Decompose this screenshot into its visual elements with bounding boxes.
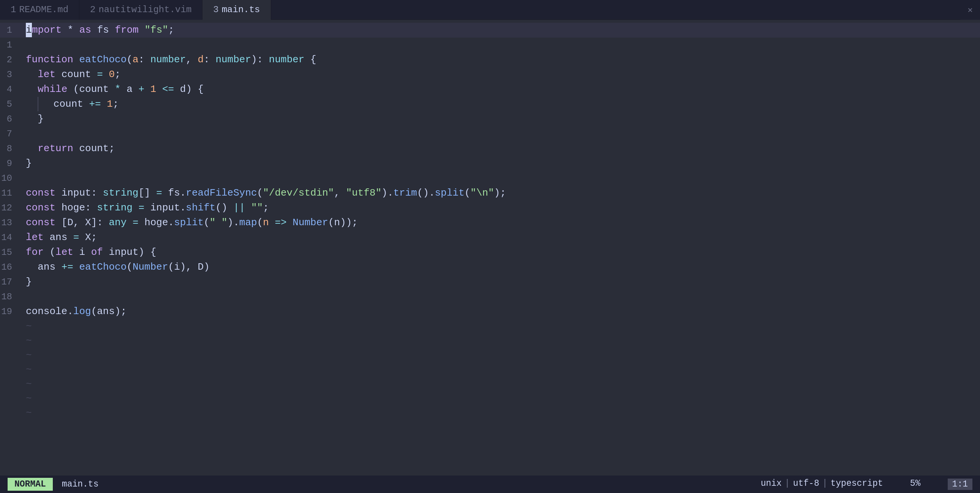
tilde-5: ~ [0, 377, 980, 391]
tab-1-number: 1 [11, 5, 16, 15]
tilde-3: ~ [0, 348, 980, 363]
tab-1-name: README.md [19, 5, 68, 15]
line-20: 19 console.log(ans); [0, 304, 980, 319]
line-7: 6 } [0, 112, 980, 126]
tilde-content-2: ~ [23, 334, 980, 348]
line-num-15: 14 [0, 231, 23, 245]
line-content-13: const hoge: string = input.shift() || ""… [23, 200, 980, 215]
line-17: 16 ans += eatChoco(Number(i), D) [0, 260, 980, 275]
sep-2: | [822, 479, 828, 490]
close-button[interactable]: ✕ [960, 0, 980, 20]
line-8: 7 [0, 126, 980, 141]
line-2: 1 [0, 38, 980, 52]
editor: 1 import * as fs from "fs"; 1 2 function… [0, 20, 980, 476]
tilde-2: ~ [0, 334, 980, 348]
tab-3-name: main.ts [222, 5, 260, 15]
line-content-17: ans += eatChoco(Number(i), D) [23, 260, 980, 274]
line-15: 14 let ans = X; [0, 230, 980, 245]
mode-badge: NORMAL [8, 478, 53, 491]
line-num-2: 1 [0, 38, 23, 52]
line-content-20: console.log(ans); [23, 304, 980, 319]
status-right: unix | utf-8 | typescript 5% 1:1 [761, 479, 972, 490]
tab-2-name: nautitwilight.vim [99, 5, 191, 15]
line-num-10: 9 [0, 156, 23, 171]
tab-2-number: 2 [90, 5, 95, 15]
line-10: 9 } [0, 156, 980, 171]
tab-3-number: 3 [213, 5, 218, 15]
code-area: 1 import * as fs from "fs"; 1 2 function… [0, 20, 980, 476]
line-num-7: 6 [0, 112, 23, 126]
line-num-20: 19 [0, 305, 23, 319]
line-1: 1 import * as fs from "fs"; [0, 23, 980, 38]
line-num-5: 4 [0, 83, 23, 97]
line-num-16: 15 [0, 245, 23, 260]
cursor: i [26, 23, 32, 37]
status-percent: 5% [910, 479, 921, 490]
status-position: 1:1 [948, 479, 972, 490]
line-content-14: const [D, X]: any = hoge.split(" ").map(… [23, 215, 980, 230]
line-num-14: 13 [0, 216, 23, 230]
line-num-11: 10 [0, 171, 23, 186]
line-content-1: import * as fs from "fs"; [23, 23, 980, 37]
line-content-2 [23, 38, 980, 52]
tab-main-ts[interactable]: 3 main.ts [202, 0, 271, 20]
line-num-9: 8 [0, 142, 23, 156]
tilde-1: ~ [0, 319, 980, 334]
line-num-13: 12 [0, 201, 23, 215]
line-content-5: while (count * a + 1 <= d) { [23, 82, 980, 97]
line-num-12: 11 [0, 186, 23, 200]
line-content-12: const input: string[] = fs.readFileSync(… [23, 186, 980, 200]
sep-1: | [785, 479, 790, 490]
line-num-1: 1 [0, 23, 23, 38]
line-num-19: 18 [0, 290, 23, 304]
line-content-8 [23, 126, 980, 141]
line-content-11 [23, 171, 980, 185]
line-content-3: function eatChoco(a: number, d: number):… [23, 52, 980, 67]
tab-nautitwilight[interactable]: 2 nautitwilight.vim [80, 0, 202, 20]
tilde-content-7: ~ [23, 406, 980, 420]
line-18: 17 } [0, 275, 980, 289]
line-9: 8 return count; [0, 141, 980, 156]
line-content-15: let ans = X; [23, 230, 980, 245]
tilde-content-3: ~ [23, 348, 980, 363]
tilde-content-5: ~ [23, 377, 980, 391]
status-format: unix [761, 479, 782, 490]
line-6: 5 count += 1; [0, 97, 980, 112]
status-bar: NORMAL main.ts unix | utf-8 | typescript… [0, 476, 980, 493]
sep-4 [923, 479, 944, 490]
line-11: 10 [0, 171, 980, 186]
line-19: 18 [0, 289, 980, 304]
line-num-6: 5 [0, 97, 23, 112]
line-content-18: } [23, 275, 980, 289]
line-14: 13 const [D, X]: any = hoge.split(" ").m… [0, 215, 980, 230]
status-filename: main.ts [62, 479, 99, 489]
line-num-4: 3 [0, 68, 23, 82]
tilde-content-4: ~ [23, 363, 980, 377]
tilde-content-6: ~ [23, 391, 980, 406]
line-12: 11 const input: string[] = fs.readFileSy… [0, 186, 980, 200]
line-content-4: let count = 0; [23, 67, 980, 82]
line-num-18: 17 [0, 275, 23, 289]
status-filetype: typescript [831, 479, 883, 490]
tilde-4: ~ [0, 363, 980, 377]
line-content-9: return count; [23, 141, 980, 156]
line-3: 2 function eatChoco(a: number, d: number… [0, 52, 980, 67]
sep-3 [886, 479, 907, 490]
tab-bar: 1 README.md 2 nautitwilight.vim 3 main.t… [0, 0, 980, 20]
line-num-17: 16 [0, 260, 23, 275]
line-num-3: 2 [0, 53, 23, 67]
line-5: 4 while (count * a + 1 <= d) { [0, 82, 980, 97]
line-4: 3 let count = 0; [0, 67, 980, 82]
line-content-16: for (let i of input) { [23, 245, 980, 259]
line-content-19 [23, 289, 980, 304]
line-num-8: 7 [0, 127, 23, 141]
tilde-7: ~ [0, 406, 980, 420]
line-13: 12 const hoge: string = input.shift() ||… [0, 200, 980, 215]
tilde-6: ~ [0, 391, 980, 406]
tab-readme[interactable]: 1 README.md [0, 0, 80, 20]
line-16: 15 for (let i of input) { [0, 245, 980, 260]
tilde-content-1: ~ [23, 319, 980, 334]
line-content-6: count += 1; [23, 97, 980, 111]
line-content-10: } [23, 156, 980, 170]
status-encoding: utf-8 [793, 479, 819, 490]
